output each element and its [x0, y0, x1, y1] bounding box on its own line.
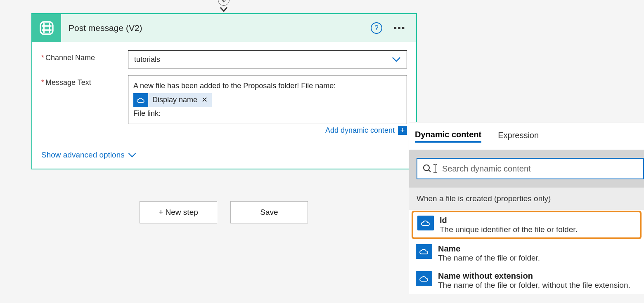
footer-buttons: + New step Save: [140, 201, 308, 223]
panel-search-wrap: [409, 150, 644, 188]
action-card: Post message (V2) ? ••• *Channel Name tu…: [31, 13, 417, 169]
more-icon[interactable]: •••: [391, 20, 408, 36]
onedrive-icon: [416, 271, 432, 286]
panel-item-desc: The name of the file or folder.: [438, 254, 540, 263]
panel-item-text: Name The name of the file or folder.: [438, 244, 540, 263]
channel-name-select[interactable]: tutorials: [128, 50, 407, 68]
arrow-down-icon: [221, 0, 227, 3]
flow-connector: [208, 0, 239, 13]
tab-dynamic-content[interactable]: Dynamic content: [415, 130, 481, 143]
panel-item-title: Id: [440, 216, 578, 225]
dynamic-token-display-name[interactable]: Display name ✕: [133, 93, 212, 107]
card-header[interactable]: Post message (V2) ? •••: [32, 14, 416, 42]
message-text-label: *Message Text: [41, 75, 128, 136]
panel-group-header: When a file is created (properties only): [409, 188, 644, 210]
save-button[interactable]: Save: [230, 201, 308, 223]
channel-name-row: *Channel Name tutorials: [41, 50, 407, 68]
onedrive-icon: [416, 244, 432, 259]
connector-circle: [218, 0, 230, 6]
add-dynamic-content-label: Add dynamic content: [325, 126, 395, 135]
help-icon[interactable]: ?: [371, 22, 382, 34]
panel-item-id[interactable]: Id The unique identifier of the file or …: [412, 211, 642, 239]
chevron-down-icon: [128, 153, 136, 157]
panel-item-title: Name: [438, 244, 540, 254]
save-label: Save: [260, 208, 278, 217]
message-text-row: *Message Text A new file has been added …: [41, 75, 407, 136]
onedrive-icon: [417, 216, 434, 230]
channel-name-label: *Channel Name: [41, 50, 128, 68]
text-cursor-icon: [432, 163, 438, 174]
add-dynamic-content-link[interactable]: Add dynamic content +: [325, 126, 407, 135]
panel-item-title: Name without extension: [438, 271, 630, 281]
show-advanced-options-link[interactable]: Show advanced options: [41, 150, 136, 160]
card-title: Post message (V2): [61, 23, 371, 33]
panel-item-text: Id The unique identifier of the file or …: [440, 216, 578, 234]
token-label: Display name: [148, 94, 201, 106]
label-text: Channel Name: [45, 54, 95, 62]
panel-item-desc: The unique identifier of the file or fol…: [440, 225, 578, 234]
panel-item-name[interactable]: Name The name of the file or folder.: [409, 240, 644, 267]
panel-item-name-without-ext[interactable]: Name without extension The name of the f…: [409, 267, 644, 294]
onedrive-icon: [133, 93, 148, 107]
message-text-line2: File link:: [133, 109, 161, 117]
channel-name-value: tutorials: [134, 55, 160, 64]
token-remove-icon[interactable]: ✕: [201, 94, 212, 106]
search-icon: [422, 164, 432, 174]
plus-icon: +: [398, 126, 407, 135]
svg-rect-0: [40, 22, 53, 34]
svg-point-1: [424, 165, 429, 171]
add-dynamic-content-row: Add dynamic content +: [128, 126, 407, 135]
card-body: *Channel Name tutorials *Message Text A …: [32, 42, 416, 169]
panel-item-text: Name without extension The name of the f…: [438, 271, 630, 290]
advanced-options-row: Show advanced options: [41, 143, 407, 169]
chevron-down-icon: [392, 56, 401, 62]
search-input[interactable]: [442, 164, 638, 174]
tab-expression[interactable]: Expression: [498, 131, 539, 142]
hash-icon: [38, 20, 55, 36]
search-input-wrap[interactable]: [417, 158, 644, 179]
new-step-label: + New step: [159, 208, 198, 217]
new-step-button[interactable]: + New step: [140, 201, 217, 223]
arrow-down-icon: [220, 7, 228, 12]
panel-tabs: Dynamic content Expression: [409, 122, 644, 150]
message-text-line1: A new file has been added to the Proposa…: [133, 82, 336, 90]
slack-icon: [32, 14, 61, 42]
panel-item-desc: The name of the file or folder, without …: [438, 281, 630, 290]
label-text: Message Text: [45, 78, 91, 87]
advanced-options-label: Show advanced options: [41, 150, 125, 160]
dynamic-content-panel: Dynamic content Expression When a file i…: [409, 122, 644, 294]
message-text-input[interactable]: A new file has been added to the Proposa…: [128, 75, 407, 124]
